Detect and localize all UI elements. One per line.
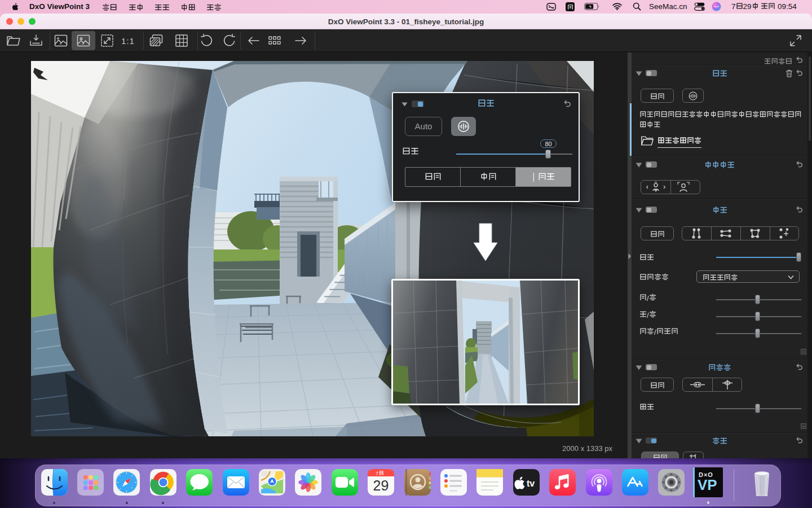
svg-text:29: 29 [373,478,389,493]
svg-text:7: 7 [376,471,378,476]
svg-text:tv: tv [527,479,535,488]
